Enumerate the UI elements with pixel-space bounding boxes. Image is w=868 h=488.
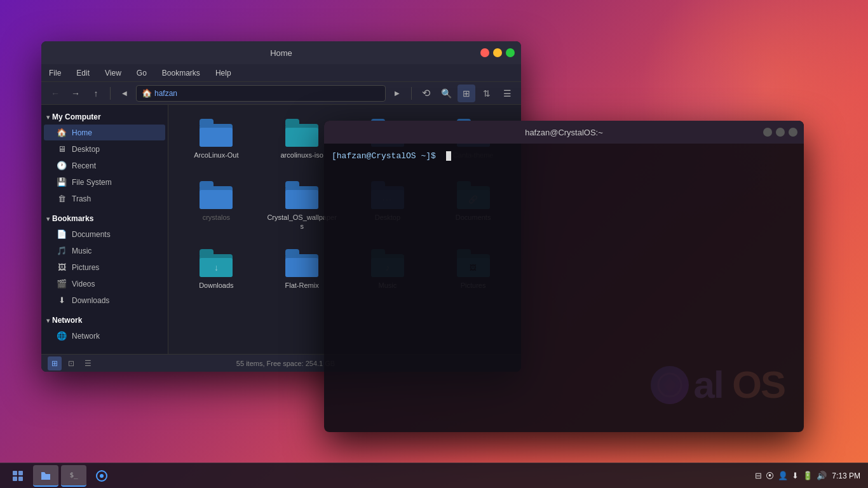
- file-name-downloads: Downloads: [199, 281, 233, 290]
- grid-view-button[interactable]: ⊞: [458, 85, 475, 102]
- folder-icon-flat-remix: [285, 249, 318, 277]
- sidebar-section-bookmarks[interactable]: ▾ Bookmarks: [41, 212, 168, 226]
- terminal-controls: [763, 128, 797, 137]
- taskbar: $_ ⊟ ⦿ 👤 ⬇ 🔋 🔊 7:13 PM: [0, 463, 868, 488]
- menu-go[interactable]: Go: [134, 67, 149, 79]
- sidebar-item-recent[interactable]: 🕐 Recent: [44, 158, 165, 173]
- compact-view-button[interactable]: ⊡: [64, 356, 78, 370]
- sidebar-item-documents[interactable]: 📄 Documents: [44, 226, 165, 242]
- tray-battery-icon[interactable]: 🔋: [803, 471, 813, 480]
- sidebar-item-trash[interactable]: 🗑 Trash: [44, 191, 165, 207]
- sidebar-item-pictures-label: Pictures: [72, 263, 99, 272]
- my-computer-arrow: ▾: [46, 114, 50, 121]
- svg-point-6: [100, 474, 104, 478]
- tray-icons: ⊟ ⦿ 👤 ⬇ 🔋 🔊: [755, 471, 827, 480]
- sidebar-item-filesystem-label: File System: [72, 178, 112, 187]
- sidebar-section-network[interactable]: ▾ Network: [41, 313, 168, 327]
- search-button[interactable]: 🔍: [437, 85, 455, 102]
- forward-button[interactable]: →: [67, 85, 85, 102]
- folder-icon-crystalos: [200, 181, 233, 209]
- trash-sidebar-icon: 🗑: [57, 194, 67, 203]
- menu-edit[interactable]: Edit: [74, 67, 92, 79]
- terminal-prompt-line: [hafzan@CrystalOS ~]$: [332, 151, 796, 161]
- sidebar-item-pictures[interactable]: 🖼 Pictures: [44, 259, 165, 275]
- toolbar-separator: [110, 87, 111, 100]
- tray-screen-icon[interactable]: ⊟: [755, 471, 762, 480]
- sidebar-item-downloads[interactable]: ⬇ Downloads: [44, 292, 165, 308]
- taskbar-files-button[interactable]: [33, 465, 58, 487]
- window-minimize-button[interactable]: [493, 48, 502, 57]
- sidebar-item-home[interactable]: 🏠 Home: [44, 125, 165, 140]
- statusbar-view-buttons: ⊞ ⊡ ☰: [48, 356, 95, 370]
- sidebar-section-my-computer[interactable]: ▾ My Computer: [41, 110, 168, 124]
- file-item-downloads[interactable]: Downloads: [176, 243, 257, 300]
- file-manager-toolbar: ← → ↑ ◀ 🏠 hafzan ▶ ⟲ 🔍 ⊞ ⇅ ☰: [41, 82, 521, 105]
- sidebar-item-trash-label: Trash: [72, 194, 91, 203]
- file-name-arcolinux-out: ArcoLinux-Out: [194, 151, 238, 159]
- file-manager-title: Home: [270, 48, 292, 58]
- reload-button[interactable]: ⟲: [417, 85, 435, 102]
- window-maximize-button[interactable]: [506, 48, 515, 57]
- terminal-maximize-button[interactable]: [789, 128, 797, 137]
- home-sidebar-icon: 🏠: [57, 128, 67, 137]
- sidebar-item-music[interactable]: 🎵 Music: [44, 243, 165, 259]
- sort-button[interactable]: ⇅: [478, 85, 496, 102]
- list-view-button[interactable]: ☰: [498, 85, 516, 102]
- tray-volume-icon[interactable]: 🔊: [817, 471, 827, 480]
- terminal-minimize-button[interactable]: [776, 128, 785, 137]
- tray-user-icon[interactable]: 👤: [778, 471, 788, 480]
- terminal-close-button[interactable]: [763, 128, 772, 137]
- taskbar-browser-button[interactable]: [89, 465, 114, 487]
- terminal-cursor: [446, 151, 451, 161]
- menu-help[interactable]: Help: [213, 67, 234, 79]
- back-button[interactable]: ←: [46, 85, 64, 102]
- prompt-user: [hafzan@CrystalOS ~]$: [332, 151, 436, 161]
- bookmarks-arrow: ▾: [46, 215, 50, 222]
- sidebar-item-network-label: Network: [72, 332, 100, 341]
- icon-view-button[interactable]: ⊞: [48, 356, 62, 370]
- network-label: Network: [52, 316, 82, 325]
- file-name-arcolinuxs-iso: arcolinuxs-iso: [281, 151, 323, 159]
- location-back-button[interactable]: ◀: [116, 85, 133, 102]
- location-forward-button[interactable]: ▶: [388, 85, 406, 102]
- folder-icon-arcolinuxs-iso: [285, 119, 318, 147]
- sidebar-item-downloads-label: Downloads: [72, 296, 109, 305]
- sidebar-item-desktop-label: Desktop: [72, 145, 100, 154]
- network-arrow: ▾: [46, 317, 50, 324]
- my-computer-label: My Computer: [52, 112, 101, 121]
- sidebar-item-music-label: Music: [72, 247, 92, 255]
- sidebar-item-videos[interactable]: 🎬 Videos: [44, 276, 165, 292]
- location-bar[interactable]: 🏠 hafzan: [136, 85, 386, 102]
- menu-bookmarks[interactable]: Bookmarks: [159, 67, 203, 79]
- sidebar-item-home-label: Home: [72, 128, 92, 137]
- menu-view[interactable]: View: [102, 67, 124, 79]
- terminal-titlebar: hafzan@CrystalOS:~: [324, 121, 804, 144]
- filesystem-sidebar-icon: 💾: [57, 177, 67, 187]
- terminal-body[interactable]: [hafzan@CrystalOS ~]$ al OS: [324, 144, 804, 432]
- list-view-statusbar-button[interactable]: ☰: [81, 356, 95, 370]
- menu-file[interactable]: File: [46, 67, 64, 79]
- terminal-window: hafzan@CrystalOS:~ [hafzan@CrystalOS ~]$…: [324, 121, 804, 432]
- toolbar-separator2: [411, 87, 412, 100]
- window-close-button[interactable]: [480, 48, 489, 57]
- desktop-sidebar-icon: 🖥: [57, 144, 67, 154]
- taskbar-start-button[interactable]: [5, 465, 31, 487]
- up-button[interactable]: ↑: [87, 85, 105, 102]
- sidebar-item-desktop[interactable]: 🖥 Desktop: [44, 141, 165, 157]
- home-icon: 🏠: [142, 88, 152, 98]
- taskbar-time: 7:13 PM: [832, 471, 860, 480]
- downloads-sidebar-icon: ⬇: [57, 295, 67, 305]
- file-item-crystalos[interactable]: crystalos: [176, 175, 257, 238]
- sidebar-item-recent-label: Recent: [72, 161, 96, 170]
- taskbar-terminal-button[interactable]: $_: [61, 465, 86, 487]
- sidebar-item-network[interactable]: 🌐 Network: [44, 328, 165, 344]
- svg-rect-1: [13, 471, 17, 475]
- tray-bluetooth-icon[interactable]: ⦿: [766, 471, 774, 480]
- file-item-arcolinux-out[interactable]: ArcoLinux-Out: [176, 112, 257, 170]
- folder-icon-arcolinux-out: [200, 119, 233, 147]
- sidebar-item-filesystem[interactable]: 💾 File System: [44, 174, 165, 190]
- tray-arrow-icon[interactable]: ⬇: [792, 471, 799, 480]
- terminal-title: hafzan@CrystalOS:~: [525, 128, 603, 137]
- file-name-crystalos: crystalos: [203, 213, 230, 222]
- bookmarks-label: Bookmarks: [52, 214, 93, 223]
